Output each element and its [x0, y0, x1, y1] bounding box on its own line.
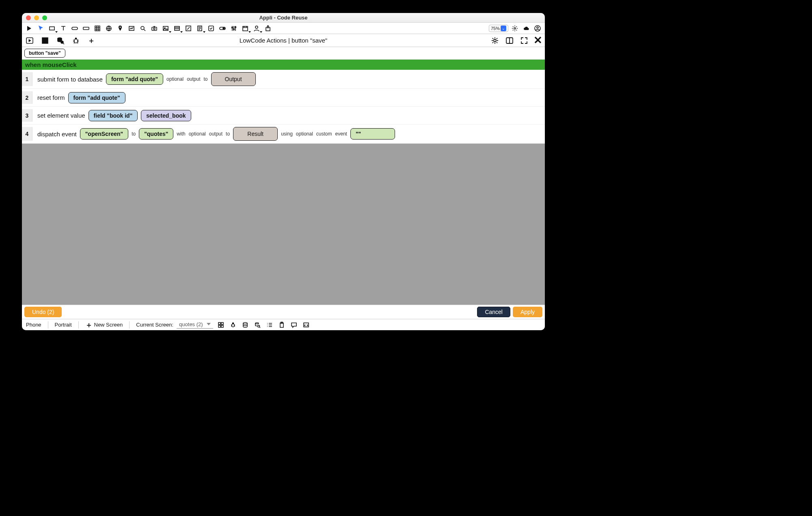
action-row[interactable]: 2reset formform "add quote"	[22, 89, 545, 107]
svg-rect-3	[95, 26, 100, 31]
action-command: reset form	[36, 94, 65, 101]
cloud-icon[interactable]	[521, 24, 531, 33]
sliders-icon[interactable]	[229, 24, 239, 33]
grid-icon[interactable]	[216, 320, 225, 329]
chart-icon[interactable]	[127, 24, 136, 33]
search-icon[interactable]	[138, 24, 148, 33]
settings-gear-icon[interactable]	[490, 35, 500, 46]
svg-point-41	[243, 322, 247, 324]
bug-icon[interactable]	[71, 35, 81, 46]
image-icon[interactable]	[161, 24, 171, 33]
comment-icon[interactable]	[289, 320, 298, 329]
rect-tool-icon[interactable]	[47, 24, 57, 33]
token-brown[interactable]: Output	[211, 72, 256, 86]
svg-rect-38	[221, 325, 223, 327]
calendar-icon[interactable]	[240, 24, 250, 33]
action-command: submit form to database	[36, 76, 103, 83]
chevron-down-icon: ⌄	[501, 26, 506, 31]
event-header[interactable]: when mouseClick	[22, 60, 545, 70]
token-green[interactable]: form "add quote"	[106, 73, 163, 85]
gear-icon[interactable]	[510, 24, 520, 33]
divider	[78, 321, 79, 329]
canvas[interactable]	[22, 144, 545, 305]
toggle-icon[interactable]	[218, 24, 227, 33]
token-brown[interactable]: Result	[233, 127, 278, 141]
token-green[interactable]: "quotes"	[139, 128, 173, 140]
statusbar: Phone Portrait ＋ New Screen Current Scre…	[22, 319, 545, 330]
keyword: to	[132, 131, 136, 137]
minimize-window-icon[interactable]	[34, 15, 39, 20]
svg-point-42	[255, 322, 259, 324]
keyword: with	[177, 131, 185, 137]
text-tool-icon[interactable]	[58, 24, 68, 33]
clipboard-icon[interactable]	[277, 320, 286, 329]
svg-rect-35	[218, 322, 220, 325]
breadcrumb: button "save"	[22, 47, 545, 60]
play-icon[interactable]	[24, 24, 34, 33]
svg-point-24	[514, 28, 516, 29]
form-list-icon[interactable]	[40, 35, 50, 46]
new-screen-button[interactable]: ＋ New Screen	[85, 320, 123, 330]
svg-point-5	[120, 26, 121, 28]
close-editor-icon[interactable]: ✕	[533, 34, 542, 47]
token-purple[interactable]: selected_book	[141, 110, 191, 121]
current-screen-label: Current Screen:	[136, 322, 173, 328]
globe-icon[interactable]	[104, 24, 114, 33]
cancel-button[interactable]: Cancel	[477, 307, 510, 317]
action-command: set element value	[36, 112, 85, 119]
database-icon[interactable]	[241, 320, 250, 329]
keyword: using	[281, 131, 293, 137]
svg-rect-37	[218, 325, 220, 327]
input-tool-icon[interactable]	[81, 24, 91, 33]
device-select[interactable]: Phone	[26, 322, 41, 328]
database-search-icon[interactable]	[55, 35, 66, 46]
token-blue[interactable]: field "book id"	[89, 110, 138, 121]
database-search-icon[interactable]	[253, 320, 262, 329]
current-screen-select[interactable]: quotes (2)	[177, 321, 213, 329]
keyword: output	[187, 76, 200, 82]
edit-icon[interactable]	[184, 24, 193, 33]
form-icon[interactable]	[195, 24, 205, 33]
code-icon[interactable]	[302, 320, 311, 329]
token-blue[interactable]: form "add quote"	[68, 92, 125, 103]
panels-icon[interactable]	[504, 35, 515, 46]
orientation-select[interactable]: Portrait	[55, 322, 72, 328]
new-screen-label: New Screen	[94, 322, 123, 328]
account-icon[interactable]	[533, 24, 542, 33]
fullscreen-icon[interactable]	[519, 35, 529, 46]
list-icon[interactable]	[172, 24, 182, 33]
numbered-list-icon[interactable]	[265, 320, 274, 329]
button-tool-icon[interactable]	[70, 24, 80, 33]
apply-button[interactable]: Apply	[513, 307, 542, 317]
keyword: custom	[316, 131, 332, 137]
svg-rect-8	[152, 27, 157, 30]
check-icon[interactable]	[206, 24, 216, 33]
export-icon[interactable]	[263, 24, 273, 33]
table-tool-icon[interactable]	[93, 24, 102, 33]
action-row[interactable]: 4dispatch event"openScreen"to"quotes"wit…	[22, 125, 545, 144]
camera-icon[interactable]	[149, 24, 159, 33]
row-number: 3	[22, 109, 32, 122]
action-row[interactable]: 3set element valuefield "book id"selecte…	[22, 107, 545, 125]
preview-icon[interactable]	[24, 35, 35, 46]
divider	[129, 321, 130, 329]
bug-icon[interactable]	[229, 320, 238, 329]
token-green[interactable]: "openScreen"	[80, 128, 128, 140]
user-icon[interactable]	[252, 24, 261, 33]
current-screen-value: quotes (2)	[179, 321, 203, 327]
breadcrumb-chip[interactable]: button "save"	[24, 49, 65, 58]
divider	[48, 321, 48, 329]
svg-point-32	[75, 38, 77, 39]
editor-title: LowCode Actions | button "save"	[22, 37, 545, 44]
token-green[interactable]: ""	[350, 128, 395, 140]
pin-icon[interactable]	[115, 24, 125, 33]
close-window-icon[interactable]	[26, 15, 31, 20]
zoom-window-icon[interactable]	[42, 15, 47, 20]
undo-button[interactable]: Undo (2)	[24, 307, 62, 317]
svg-rect-21	[243, 26, 248, 31]
action-row[interactable]: 1submit form to databaseform "add quote"…	[22, 70, 545, 89]
add-icon[interactable]: ＋	[86, 35, 97, 46]
svg-point-33	[494, 39, 496, 42]
zoom-select[interactable]: 75% ⌄	[489, 25, 508, 32]
pointer-icon[interactable]	[36, 24, 45, 33]
